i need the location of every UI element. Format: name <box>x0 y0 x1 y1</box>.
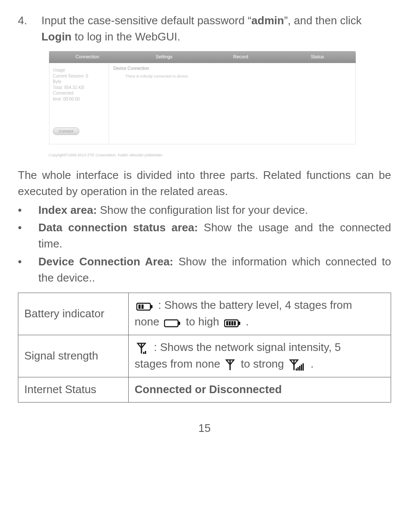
svg-rect-21 <box>302 363 304 371</box>
cell-battery-label: Battery indicator <box>18 293 129 335</box>
bullet-list: • Index area: Show the configuration lis… <box>18 202 391 286</box>
cell-signal-desc: : Shows the network signal intensity, 5 … <box>129 335 391 377</box>
bullet-bold: Index area: <box>38 204 97 216</box>
tab-status[interactable]: Status <box>279 54 356 60</box>
bullet-dot: • <box>18 202 38 219</box>
webgui-screenshot: Connection Settings Record Status Usage … <box>49 51 356 145</box>
step-4: 4. Input the case-sensitive default pass… <box>18 13 391 45</box>
webgui-content: Device Connection There is nobody connec… <box>109 63 355 144</box>
svg-rect-2 <box>138 305 141 309</box>
bullet-bold: Data connection status area: <box>38 221 198 234</box>
txt: to high <box>186 315 222 328</box>
svg-rect-19 <box>299 366 300 371</box>
side-line: Byte <box>53 79 105 85</box>
interface-paragraph: The whole interface is divided into thre… <box>18 167 391 199</box>
txt: none <box>135 315 162 328</box>
txt: : Shows the network signal intensity, 5 <box>151 341 341 354</box>
svg-rect-9 <box>229 321 231 325</box>
step-text-fragment: to log in the WebGUI. <box>72 30 180 43</box>
signal-none-icon <box>225 357 236 373</box>
txt: stages from none <box>135 357 223 370</box>
signal-low-icon <box>136 340 149 356</box>
svg-rect-7 <box>238 322 240 325</box>
indicator-table: Battery indicator : Shows the battery le… <box>18 293 391 403</box>
svg-rect-3 <box>141 305 144 309</box>
txt: . <box>308 357 314 370</box>
bullet-item: • Device Connection Area: Show the infor… <box>18 254 391 286</box>
svg-rect-1 <box>150 305 153 308</box>
svg-rect-13 <box>143 352 144 354</box>
webgui-copyright: Copyright©1998-2013 ZTE Corporation. Kai… <box>49 152 391 158</box>
battery-full-icon <box>224 314 241 331</box>
bullet-rest: Show the configuration list for your dev… <box>97 204 308 216</box>
side-line: Connected <box>53 90 105 96</box>
bullet-bold: Device Connection Area: <box>38 255 173 268</box>
webgui-sidebar: Usage Current Session: 0 Byte Total: 854… <box>49 63 109 144</box>
txt: : Shows the battery level, 4 stages from <box>155 299 352 311</box>
svg-rect-11 <box>234 321 236 325</box>
svg-rect-4 <box>164 320 178 327</box>
txt: to strong <box>241 357 287 370</box>
cell-battery-desc: : Shows the battery level, 4 stages from… <box>129 293 391 335</box>
step-number: 4. <box>18 13 38 29</box>
bullet-item: • Index area: Show the configuration lis… <box>18 202 391 219</box>
svg-rect-17 <box>296 368 297 371</box>
side-line: Current Session: 0 <box>53 73 105 79</box>
cell-internet-label: Internet Status <box>18 377 129 403</box>
bullet-item: • Data connection status area: Show the … <box>18 220 391 252</box>
svg-rect-20 <box>301 365 302 371</box>
table-row: Signal strength : Shows the network sign… <box>18 335 391 377</box>
step-text-fragment: Input the case-sensitive default passwor… <box>41 14 251 27</box>
page-number: 15 <box>18 420 391 437</box>
battery-half-icon <box>136 298 153 314</box>
bullet-dot: • <box>18 220 38 252</box>
internet-status-text: Connected or Disconnected <box>135 383 282 396</box>
tab-record[interactable]: Record <box>202 54 279 60</box>
svg-rect-8 <box>226 321 228 325</box>
step-text: Input the case-sensitive default passwor… <box>41 13 390 45</box>
tab-connection[interactable]: Connection <box>49 54 126 60</box>
table-row: Battery indicator : Shows the battery le… <box>18 293 391 335</box>
content-message: There is nobody connected to device. <box>125 74 351 79</box>
battery-empty-icon <box>164 314 181 331</box>
svg-rect-10 <box>231 321 233 325</box>
cell-internet-desc: Connected or Disconnected <box>129 377 391 403</box>
cell-signal-label: Signal strength <box>18 335 129 377</box>
side-line: Usage <box>53 67 105 73</box>
connect-button[interactable]: Connect <box>53 127 79 135</box>
signal-strong-icon <box>289 357 306 373</box>
pwd-bold: admin <box>251 14 284 27</box>
step-text-fragment: ”, and then click <box>284 14 362 27</box>
side-line: Total: 854.31 KB <box>53 85 105 91</box>
svg-rect-5 <box>178 322 180 325</box>
txt: . <box>243 315 249 328</box>
content-header: Device Connection <box>113 66 351 72</box>
svg-rect-18 <box>297 367 299 371</box>
table-row: Internet Status Connected or Disconnecte… <box>18 377 391 403</box>
svg-rect-14 <box>145 351 146 354</box>
tab-settings[interactable]: Settings <box>126 54 202 60</box>
bullet-dot: • <box>18 254 38 286</box>
side-line: time: 00:00:00 <box>53 96 105 102</box>
login-bold: Login <box>41 30 72 43</box>
webgui-tabs: Connection Settings Record Status <box>49 51 356 63</box>
